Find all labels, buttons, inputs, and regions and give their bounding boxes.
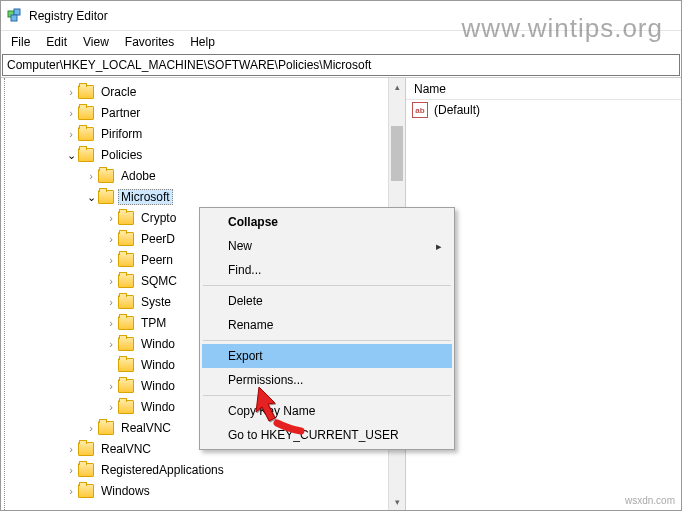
menu-separator: [203, 395, 451, 396]
regedit-icon: [7, 8, 23, 24]
folder-icon: [118, 295, 134, 309]
values-column-name[interactable]: Name: [406, 78, 681, 100]
tree-item[interactable]: ›Windows: [9, 481, 405, 501]
scroll-down-icon[interactable]: ▾: [389, 493, 405, 510]
chevron-right-icon[interactable]: ›: [64, 464, 78, 476]
folder-icon: [78, 127, 94, 141]
tree-item-label: SQMC: [138, 273, 180, 289]
folder-icon: [118, 253, 134, 267]
folder-icon: [98, 421, 114, 435]
folder-icon: [78, 148, 94, 162]
chevron-right-icon[interactable]: ›: [104, 338, 118, 350]
titlebar: Registry Editor: [1, 1, 681, 31]
folder-icon: [118, 400, 134, 414]
chevron-right-icon[interactable]: ›: [64, 128, 78, 140]
chevron-right-icon[interactable]: ›: [104, 275, 118, 287]
window-title: Registry Editor: [29, 9, 108, 23]
svg-rect-1: [14, 9, 20, 15]
tree-item[interactable]: ›Oracle: [9, 82, 405, 102]
chevron-right-icon[interactable]: ›: [64, 107, 78, 119]
chevron-right-icon[interactable]: ›: [84, 422, 98, 434]
tree-item-label: Peern: [138, 252, 176, 268]
tree-item[interactable]: ›RegisteredApplications: [9, 460, 405, 480]
tree-item-label: Piriform: [98, 126, 145, 142]
context-menu-item-new[interactable]: New▸: [202, 234, 452, 258]
folder-icon: [78, 85, 94, 99]
context-menu-item-collapse[interactable]: Collapse: [202, 210, 452, 234]
folder-icon: [78, 463, 94, 477]
tree-item-label: Policies: [98, 147, 145, 163]
context-menu-item-permissions[interactable]: Permissions...: [202, 368, 452, 392]
chevron-down-icon[interactable]: ⌄: [84, 191, 98, 204]
menu-favorites[interactable]: Favorites: [117, 33, 182, 51]
tree-item-label: RealVNC: [118, 420, 174, 436]
svg-rect-2: [11, 15, 17, 21]
tree-item-label: RealVNC: [98, 441, 154, 457]
chevron-right-icon[interactable]: ›: [64, 443, 78, 455]
tree-item-label: Adobe: [118, 168, 159, 184]
chevron-down-icon[interactable]: ⌄: [64, 149, 78, 162]
folder-icon: [78, 484, 94, 498]
context-menu-item-rename[interactable]: Rename: [202, 313, 452, 337]
menu-file[interactable]: File: [3, 33, 38, 51]
menubar: File Edit View Favorites Help: [1, 31, 681, 53]
folder-icon: [118, 379, 134, 393]
chevron-right-icon[interactable]: ›: [64, 86, 78, 98]
chevron-right-icon[interactable]: ›: [104, 212, 118, 224]
tree-item[interactable]: ⌄Microsoft: [9, 187, 405, 207]
value-row-default[interactable]: ab (Default): [406, 100, 681, 120]
tree-item-label: Crypto: [138, 210, 179, 226]
folder-icon: [118, 274, 134, 288]
folder-icon: [118, 358, 134, 372]
folder-icon: [118, 211, 134, 225]
folder-icon: [78, 106, 94, 120]
chevron-right-icon[interactable]: ›: [84, 170, 98, 182]
context-menu-item-export[interactable]: Export: [202, 344, 452, 368]
tree-item-label: Windo: [138, 378, 178, 394]
tree-item-label: Oracle: [98, 84, 139, 100]
address-bar[interactable]: Computer\HKEY_LOCAL_MACHINE\SOFTWARE\Pol…: [2, 54, 680, 76]
menu-separator: [203, 285, 451, 286]
folder-icon: [118, 337, 134, 351]
tree-item[interactable]: ⌄Policies: [9, 145, 405, 165]
context-menu-item-go-to-hkey-current-user[interactable]: Go to HKEY_CURRENT_USER: [202, 423, 452, 447]
chevron-right-icon[interactable]: ›: [104, 233, 118, 245]
chevron-right-icon[interactable]: ›: [64, 485, 78, 497]
tree-item-label: Windows: [98, 483, 153, 499]
context-menu: CollapseNew▸Find...DeleteRenameExportPer…: [199, 207, 455, 450]
submenu-arrow-icon: ▸: [436, 240, 442, 253]
tree-item-label: Microsoft: [118, 189, 173, 205]
chevron-right-icon[interactable]: ›: [104, 254, 118, 266]
tree-item-label: TPM: [138, 315, 169, 331]
scroll-up-icon[interactable]: ▴: [389, 78, 405, 95]
menu-edit[interactable]: Edit: [38, 33, 75, 51]
menu-view[interactable]: View: [75, 33, 117, 51]
folder-icon: [78, 442, 94, 456]
folder-icon: [118, 232, 134, 246]
tree-item-label: Windo: [138, 357, 178, 373]
tree-item-label: Partner: [98, 105, 143, 121]
folder-icon: [98, 190, 114, 204]
tree-item[interactable]: ›Piriform: [9, 124, 405, 144]
tree-item-label: Windo: [138, 336, 178, 352]
attribution: wsxdn.com: [625, 495, 675, 506]
chevron-right-icon[interactable]: ›: [104, 401, 118, 413]
tree-item[interactable]: ›Adobe: [9, 166, 405, 186]
context-menu-item-find[interactable]: Find...: [202, 258, 452, 282]
chevron-right-icon[interactable]: ›: [104, 296, 118, 308]
chevron-right-icon[interactable]: ›: [104, 317, 118, 329]
tree-item[interactable]: ›Partner: [9, 103, 405, 123]
scroll-thumb[interactable]: [391, 126, 403, 181]
tree-item-label: Windo: [138, 399, 178, 415]
folder-icon: [118, 316, 134, 330]
tree-item-label: Syste: [138, 294, 174, 310]
context-menu-item-copy-key-name[interactable]: Copy Key Name: [202, 399, 452, 423]
folder-icon: [98, 169, 114, 183]
chevron-right-icon[interactable]: ›: [104, 380, 118, 392]
tree-item-label: PeerD: [138, 231, 178, 247]
address-text: Computer\HKEY_LOCAL_MACHINE\SOFTWARE\Pol…: [7, 58, 371, 72]
value-name: (Default): [434, 103, 480, 117]
tree-item-label: RegisteredApplications: [98, 462, 227, 478]
menu-help[interactable]: Help: [182, 33, 223, 51]
context-menu-item-delete[interactable]: Delete: [202, 289, 452, 313]
